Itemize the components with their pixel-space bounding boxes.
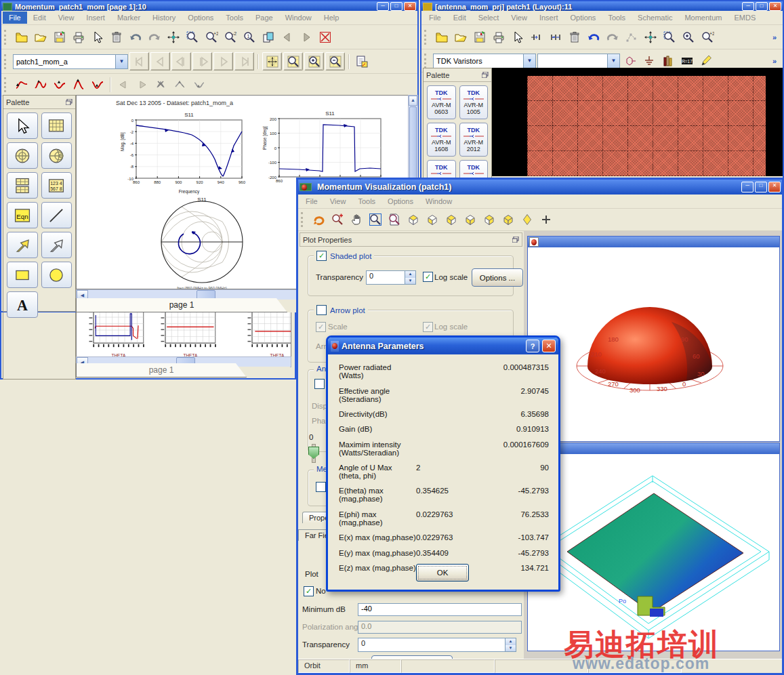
cube-6-icon[interactable] <box>499 211 517 228</box>
minimize-button[interactable]: ─ <box>377 2 389 11</box>
redo-icon[interactable] <box>146 28 163 45</box>
cube-5-icon[interactable] <box>480 211 498 228</box>
page-tab[interactable]: page 1 <box>76 363 247 377</box>
toolbar-grip[interactable] <box>4 30 9 45</box>
cube-2-icon[interactable] <box>424 211 441 228</box>
cube-3-icon[interactable] <box>442 211 460 228</box>
zoom-plus2-icon[interactable]: +2 <box>699 28 716 45</box>
arrow-plot-checkbox[interactable] <box>316 305 327 315</box>
panel-dock-icon[interactable] <box>512 236 519 244</box>
zoom-plus-red-icon[interactable] <box>329 211 346 228</box>
page-nav-button[interactable] <box>171 52 191 70</box>
redo-icon[interactable] <box>604 28 621 45</box>
menu-file[interactable]: File <box>300 195 324 207</box>
pointer-icon[interactable] <box>89 28 106 45</box>
close-button[interactable]: ✕ <box>404 2 416 11</box>
move-icon[interactable] <box>165 28 182 45</box>
marker-4-icon[interactable] <box>70 77 87 94</box>
undo-icon[interactable] <box>127 28 144 45</box>
diamond-icon[interactable] <box>518 211 536 228</box>
toolbar-overflow-chevron[interactable]: » <box>768 33 781 41</box>
log-scale-checkbox[interactable]: ✓ <box>423 272 433 282</box>
grid-zoom-in-icon[interactable] <box>304 52 324 70</box>
palette-pal-circle[interactable] <box>41 262 73 288</box>
menu-file[interactable]: File <box>423 12 447 24</box>
patch-3d-canvas[interactable]: Po <box>528 454 779 649</box>
minimum-db-input[interactable]: -40 <box>358 603 522 616</box>
chevron-down-icon[interactable]: ▼ <box>607 54 619 68</box>
tdk-component-AVR-M-0603[interactable]: TDK AVR-M0603 <box>427 85 456 119</box>
hand-icon[interactable] <box>348 211 365 228</box>
layout-canvas[interactable] <box>492 68 783 176</box>
new-folder-icon[interactable] <box>433 28 451 45</box>
palette-pal-arrow2[interactable] <box>41 232 73 258</box>
toolbar-overflow-chevron[interactable]: » <box>768 57 781 65</box>
maximize-button[interactable]: □ <box>755 182 767 192</box>
scroll-thumb[interactable] <box>197 290 215 300</box>
plus-icon[interactable] <box>537 211 555 228</box>
marker-x2-icon[interactable] <box>171 77 189 94</box>
toolbar-grip[interactable] <box>424 54 429 68</box>
trash-icon[interactable] <box>566 28 583 45</box>
menu-emds[interactable]: EMDS <box>728 12 762 24</box>
polarization-angle-input[interactable]: 0.0 <box>358 621 522 634</box>
cube-4-icon[interactable] <box>461 211 479 228</box>
marker-2-icon[interactable] <box>32 77 49 94</box>
maximize-button[interactable]: □ <box>756 2 768 11</box>
menu-schematic[interactable]: Schematic <box>632 12 678 24</box>
radiation-pattern-canvas[interactable]: 1802102402703003300306090 <box>528 247 779 440</box>
close-button[interactable]: ✕ <box>768 182 781 192</box>
menu-view[interactable]: View <box>324 195 352 207</box>
hex-pin-icon[interactable] <box>621 52 639 69</box>
shaded-plot-checkbox[interactable]: ✓ <box>316 251 327 261</box>
component-combo[interactable]: ▼ <box>537 54 620 68</box>
toolbar-grip[interactable] <box>4 77 9 92</box>
subwindow-titlebar[interactable] <box>528 237 779 247</box>
component-library-combo[interactable]: TDK Varistors ▼ <box>433 54 536 68</box>
grid-move-icon[interactable] <box>262 52 282 70</box>
animate-checkbox[interactable] <box>314 379 325 389</box>
trash-icon[interactable] <box>108 28 125 45</box>
palette-pal-A[interactable]: A <box>7 291 38 318</box>
new-folder-icon[interactable] <box>13 28 30 45</box>
palette-pal-arrow[interactable] <box>7 232 38 258</box>
marker-nav-icon[interactable] <box>115 77 132 94</box>
reshape-icon[interactable] <box>623 28 640 45</box>
dialog-close-button[interactable]: ✕ <box>542 340 556 352</box>
maximize-button[interactable]: □ <box>390 2 403 11</box>
pointer-icon[interactable] <box>509 28 527 45</box>
transparency-spinner[interactable]: 0 ▲▼ <box>366 270 416 285</box>
zoom-plus2-icon[interactable]: +2 <box>203 28 220 45</box>
menu-window[interactable]: Window <box>279 12 318 24</box>
mesh-checkbox[interactable] <box>316 482 326 492</box>
zoom-minus2-icon[interactable]: -2 <box>222 28 239 45</box>
marker-5-icon[interactable] <box>89 77 106 94</box>
chevron-down-icon[interactable]: ▼ <box>523 54 535 68</box>
insert-pin2-icon[interactable] <box>547 28 564 45</box>
tdk-component-AVR-M-1005[interactable]: TDK AVR-M1005 <box>459 85 489 119</box>
spin-up-icon[interactable]: ▲ <box>506 638 516 645</box>
minimize-button[interactable]: ─ <box>741 182 754 192</box>
current-3d-view[interactable]: Po <box>527 443 780 651</box>
ground-icon[interactable] <box>640 52 658 69</box>
menu-edit[interactable]: Edit <box>27 12 52 24</box>
req-icon[interactable]: R=17 <box>678 52 696 69</box>
marker-nav-icon[interactable] <box>133 77 151 94</box>
toolbar-grip[interactable] <box>301 212 306 227</box>
tdk-component-AVR-M-1608[interactable]: TDK AVR-M1608 <box>427 123 456 157</box>
scroll-up-icon[interactable]: ▲ <box>409 96 417 106</box>
menu-options[interactable]: Options <box>381 195 419 207</box>
marker-x3-icon[interactable] <box>190 77 208 94</box>
open-folder-icon[interactable] <box>32 28 49 45</box>
zoom-doc-icon[interactable] <box>386 211 403 228</box>
menu-tools[interactable]: Tools <box>602 12 632 24</box>
dataset-combo[interactable]: patch1_mom_a ▼ <box>13 54 128 69</box>
library-icon[interactable] <box>659 52 677 69</box>
cube-1-icon[interactable] <box>405 211 422 228</box>
spin-down-icon[interactable]: ▼ <box>506 645 516 652</box>
phase-slider-thumb[interactable] <box>308 447 319 459</box>
patch-layout-shape[interactable] <box>527 76 766 176</box>
grid-zoom-out-icon[interactable] <box>325 52 345 70</box>
transparency2-spinner[interactable]: 0 ▲▼ <box>358 638 516 652</box>
scale-checkbox[interactable]: ✓ <box>316 322 326 332</box>
